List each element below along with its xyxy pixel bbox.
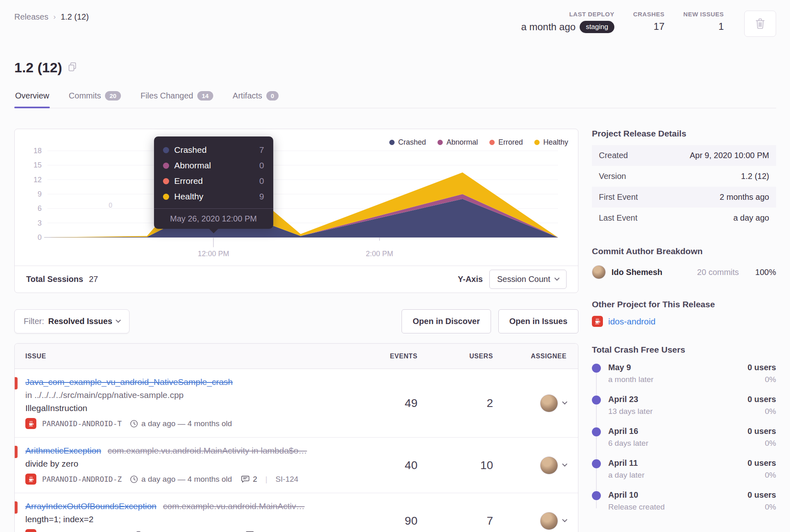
svg-text:3: 3	[38, 219, 42, 227]
detail-value: 1.2 (12)	[741, 172, 769, 181]
timeline-date: April 10	[608, 490, 748, 500]
column-users: USERS	[417, 353, 493, 360]
legend-item-healthy[interactable]: Healthy	[534, 138, 568, 147]
timeline-percent: 0%	[748, 471, 776, 480]
issue-age-text: a day ago — 4 months old	[146, 530, 237, 532]
unhandled-indicator	[15, 446, 18, 458]
issue-cell: Java_com_example_vu_android_NativeSample…	[15, 369, 352, 437]
issues-actions-row: Filter: Resolved Issues Open in Discover…	[14, 309, 578, 333]
stacked-area-chart: 036912151812:00 PM2:00 PM	[15, 129, 578, 266]
tooltip-series-label: Errored	[174, 176, 254, 186]
tooltip-timestamp: May 26, 2020 12:00 PM	[154, 208, 273, 229]
tab-files-changed[interactable]: Files Changed14	[140, 91, 214, 108]
issue-row: Java_com_example_vu_android_NativeSample…	[15, 369, 578, 438]
java-project-icon	[25, 529, 36, 532]
stat-value: 1	[683, 21, 724, 32]
timeline-values: 0 users0%	[748, 458, 776, 480]
yaxis-select[interactable]: Session Count	[489, 270, 567, 289]
clock-icon	[134, 531, 143, 532]
legend-label: Crashed	[398, 138, 426, 147]
legend-item-abnormal[interactable]: Abnormal	[437, 138, 478, 147]
chevron-down-icon[interactable]	[562, 517, 567, 522]
detail-value: a day ago	[733, 213, 769, 223]
delete-release-button[interactable]	[744, 11, 776, 37]
tab-overview[interactable]: Overview	[14, 91, 50, 108]
detail-row: Last Eventa day ago	[592, 208, 776, 228]
project-slug: PARANOID-ANDROID-10	[42, 530, 126, 532]
timeline-date: April 23	[608, 395, 748, 404]
tab-artifacts[interactable]: Artifacts0	[232, 91, 280, 108]
issue-events: 49	[352, 397, 417, 410]
issue-title-link[interactable]: Java_com_example_vu_android_NativeSample…	[25, 377, 233, 387]
issue-age-text: a day ago — 4 months old	[141, 419, 232, 428]
tooltip-series-row: Abnormal0	[163, 158, 264, 173]
comment-count: 1	[257, 530, 262, 532]
comment-count: 2	[253, 475, 257, 484]
issue-comments[interactable]: 2	[241, 475, 257, 484]
timeline-users: 0 users	[748, 458, 776, 468]
timeline-percent: 0%	[748, 503, 776, 512]
timeline-percent: 0%	[748, 439, 776, 448]
issue-title-link[interactable]: ArrayIndexOutOfBoundsException	[25, 501, 156, 511]
legend-dot-icon	[489, 140, 495, 145]
detail-row: First Event2 months ago	[592, 187, 776, 208]
trash-icon	[755, 18, 765, 29]
issue-short-id: SI-124	[275, 475, 298, 484]
total-sessions-value: 27	[89, 275, 98, 284]
issue-age: a day ago — 4 months old	[130, 419, 232, 428]
detail-row: CreatedApr 9, 2020 10:00 PM	[592, 145, 776, 166]
tab-label: Commits	[69, 91, 101, 101]
header-stat: CRASHES17	[633, 11, 665, 33]
timeline-users: 0 users	[748, 363, 776, 372]
issue-title-line: ArrayIndexOutOfBoundsExceptioncom.exampl…	[25, 501, 348, 511]
issue-assignee	[493, 456, 578, 474]
timeline-date: April 11	[608, 458, 748, 468]
tab-commits[interactable]: Commits20	[68, 91, 122, 108]
assignee-avatar[interactable]	[540, 394, 558, 412]
chevron-down-icon[interactable]	[562, 399, 567, 405]
open-in-issues-button[interactable]: Open in Issues	[498, 309, 578, 333]
timeline-text: April 10Release created	[608, 490, 748, 512]
timeline-subtext: a day later	[608, 471, 748, 480]
clock-icon	[130, 420, 138, 428]
breadcrumb-releases[interactable]: Releases	[14, 12, 48, 22]
issue-meta: PARANOID-ANDROID-10a day ago — 4 months …	[25, 529, 348, 532]
svg-text:2:00 PM: 2:00 PM	[366, 250, 393, 258]
issue-culprit: com.example.vu.android.MainActiv…	[163, 501, 305, 511]
assignee-avatar[interactable]	[540, 512, 558, 530]
issue-users: 10	[417, 459, 493, 472]
issue-cell: ArithmeticExceptioncom.example.vu.androi…	[15, 438, 352, 493]
issues-filter-select[interactable]: Filter: Resolved Issues	[14, 309, 129, 333]
stat-label: LAST DEPLOY	[521, 11, 614, 18]
stat-value-text: a month ago	[521, 21, 576, 33]
title-row: 1.2 (12)	[14, 60, 776, 76]
legend-item-errored[interactable]: Errored	[489, 138, 523, 147]
stat-label: CRASHES	[633, 11, 665, 18]
header-stat: NEW ISSUES1	[683, 11, 724, 33]
tooltip-series-label: Abnormal	[174, 161, 254, 170]
issue-users: 2	[417, 397, 493, 410]
legend-item-crashed[interactable]: Crashed	[389, 138, 426, 147]
legend-label: Abnormal	[446, 138, 478, 147]
timeline-subtext: a month later	[608, 375, 748, 384]
copy-version-icon[interactable]	[68, 62, 77, 74]
legend-dot-icon	[389, 140, 395, 145]
other-project-link[interactable]: idos-android	[608, 317, 656, 326]
author-commit-count: 20 commits	[697, 268, 739, 277]
timeline-dot-icon	[592, 459, 601, 468]
assignee-avatar[interactable]	[540, 456, 558, 474]
issue-title-link[interactable]: ArithmeticException	[25, 446, 101, 455]
comment-icon	[241, 475, 250, 483]
tooltip-dot-icon	[163, 178, 169, 184]
issue-cell: ArrayIndexOutOfBoundsExceptioncom.exampl…	[15, 493, 352, 532]
chevron-down-icon[interactable]	[562, 461, 567, 467]
issue-comments[interactable]: 1	[245, 530, 262, 532]
issue-culprit: com.example.vu.android.MainActivity in l…	[108, 446, 307, 455]
svg-text:15: 15	[33, 161, 42, 169]
timeline-subtext: 13 days later	[608, 407, 748, 416]
svg-text:6: 6	[38, 204, 42, 212]
timeline-subtext: 6 days later	[608, 439, 748, 448]
timeline-dot-icon	[592, 364, 601, 373]
open-in-discover-button[interactable]: Open in Discover	[402, 309, 491, 333]
timeline-dot-icon	[592, 427, 601, 436]
